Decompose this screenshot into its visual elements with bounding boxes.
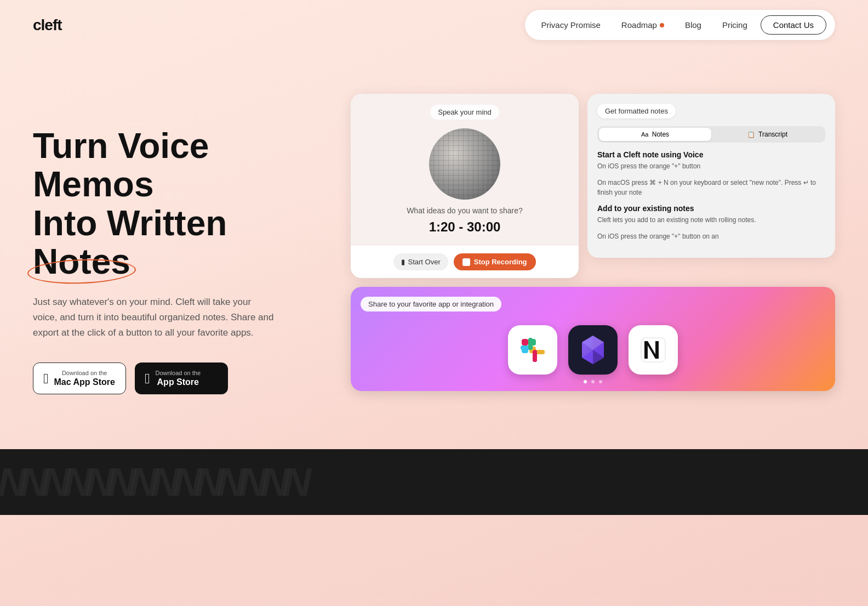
integrations-card: Share to your favorite app or integratio… [351,287,835,391]
mac-btn-big: Mac App Store [54,377,115,387]
ios-appstore-button[interactable]:  Download on the App Store [135,363,228,394]
notes-content: Start a Cleft note using Voice On iOS pr… [597,150,825,241]
notes-highlight: Notes [33,242,130,281]
notion-icon [637,333,670,366]
stop-icon [462,258,470,266]
footer-pattern: N N N N N N N N N N N N N N [0,449,868,515]
footer: N N N N N N N N N N N N N N [0,449,868,515]
section1-title: Start a Cleft note using Voice [597,150,825,159]
logo: cleft [33,16,62,34]
hero-left: Turn Voice Memos Into Written Notes Just… [33,83,318,394]
svg-point-7 [528,338,533,342]
svg-rect-0 [522,339,528,346]
hero-title: Turn Voice Memos Into Written Notes [33,127,318,281]
dot-2[interactable] [591,380,595,383]
recording-time: 1:20 - 30:00 [362,219,568,235]
download-buttons:  Download on the Mac App Store  Downlo… [33,363,318,394]
apple-icon-ios:  [145,371,150,386]
apple-icon-mac:  [43,371,49,386]
notes-card: Get formatted notes Aa Notes 📋 Transcrip… [587,94,835,258]
app-icons-row [351,325,835,375]
section2-ios2: On iOS press the orange "+" button on an [597,231,825,241]
dot-3[interactable] [599,380,602,383]
tab-notes[interactable]: Aa Notes [599,128,711,141]
notion-icon-wrapper [629,325,678,375]
dots-row [351,380,835,383]
notes-tabs: Aa Notes 📋 Transcript [597,126,825,143]
recording-question: What ideas do you want to share? [362,206,568,215]
section1-ios: On iOS press the orange "+" button [597,161,825,171]
start-over-icon: ▮ [401,258,405,266]
svg-point-5 [521,346,525,350]
cards-row: Speak your mind What ideas do you want t… [351,94,835,278]
contact-button[interactable]: Contact Us [761,15,826,35]
recording-card-inner: Speak your mind What ideas do you want t… [351,94,579,246]
mac-btn-small: Download on the [54,370,115,377]
stop-recording-button[interactable]: Stop Recording [454,253,536,270]
slack-icon [516,333,549,366]
hero-section: Turn Voice Memos Into Written Notes Just… [0,50,868,416]
section2-title: Add to your existing notes [597,204,825,213]
svg-point-9 [540,350,545,354]
recording-controls: ▮ Start Over Stop Recording [351,246,579,278]
nav-privacy[interactable]: Privacy Promise [534,17,608,33]
roadmap-dot [660,23,664,27]
hero-subtitle: Just say whatever's on your mind. Cleft … [33,294,274,341]
dot-1[interactable] [584,380,587,383]
speak-label: Speak your mind [430,105,499,120]
start-over-button[interactable]: ▮ Start Over [393,253,448,270]
section1-macos: On macOS press ⌘ + N on your keyboard or… [597,178,825,197]
ios-btn-big: App Store [156,377,201,387]
obsidian-icon-wrapper [568,325,618,375]
slack-icon-wrapper [508,325,557,375]
transcript-tab-icon: 📋 [747,131,755,138]
obsidian-icon [576,333,609,366]
nav-roadmap[interactable]: Roadmap [614,17,672,33]
nav-pill: Privacy Promise Roadmap Blog Pricing Con… [525,10,836,40]
nav-pricing[interactable]: Pricing [715,17,755,33]
svg-point-11 [533,358,537,362]
ios-btn-small: Download on the [156,370,201,377]
section2-desc: Cleft lets you add to an existing note w… [597,215,825,225]
nav-blog[interactable]: Blog [677,17,709,33]
notes-badge: Get formatted notes [597,104,676,118]
mac-appstore-button[interactable]:  Download on the Mac App Store [33,363,126,394]
hero-right: Speak your mind What ideas do you want t… [351,83,835,391]
integrations-label: Share to your favorite app or integratio… [361,297,501,312]
recording-card: Speak your mind What ideas do you want t… [351,94,579,278]
navbar: cleft Privacy Promise Roadmap Blog Prici… [0,0,868,50]
tab-transcript[interactable]: 📋 Transcript [711,128,824,141]
mesh-sphere [429,128,500,200]
notes-tab-icon: Aa [641,131,648,138]
